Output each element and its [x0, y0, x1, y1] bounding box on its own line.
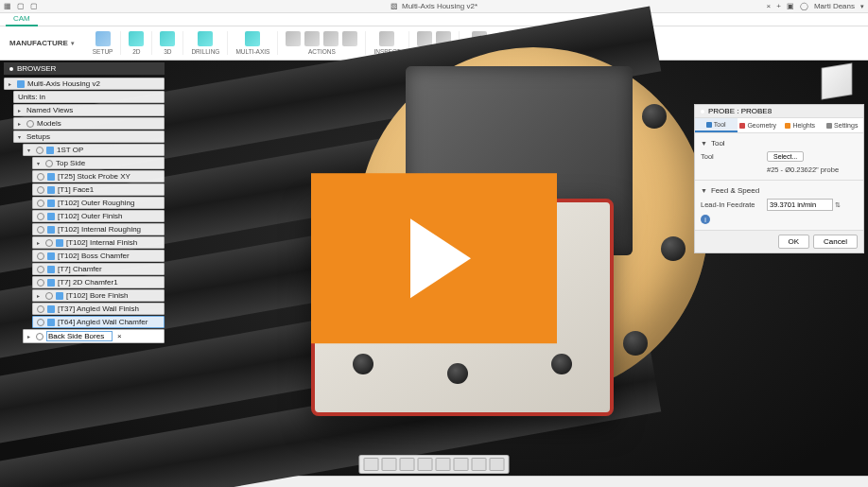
tree-folder-rename[interactable]: ▸× [23, 329, 165, 343]
tab-geometry[interactable]: Geometry [738, 118, 780, 132]
visibility-icon[interactable] [37, 200, 44, 207]
postprocess-icon[interactable] [323, 31, 339, 46]
tab-settings[interactable]: Settings [822, 118, 864, 132]
save-icon[interactable]: ▢ [30, 2, 38, 10]
notifications-icon[interactable]: ▣ [787, 2, 794, 10]
generate-icon[interactable] [286, 31, 301, 46]
workspace-tab-cam[interactable]: CAM [6, 12, 38, 26]
pan-icon[interactable] [382, 458, 397, 471]
cancel-button[interactable]: Cancel [813, 235, 858, 249]
panel-title-bar[interactable]: PROBE : PROBE8 [695, 105, 863, 118]
tree-setup-1stop[interactable]: ▾1ST OP [23, 144, 165, 156]
tree-models[interactable]: ▸Models [13, 117, 165, 130]
display-icon[interactable] [454, 458, 469, 471]
title-bar: ▦ ▢ ▢ ▧ Multi-Axis Housing v2* × + ▣ ◯ M… [0, 0, 868, 13]
visibility-icon[interactable] [37, 279, 44, 287]
drilling-icon[interactable] [198, 31, 213, 46]
user-name[interactable]: Marti Deans [814, 2, 855, 10]
panel-title: PROBE : PROBE8 [708, 107, 772, 115]
tree-op[interactable]: ▸[T102] Bore Finish [32, 289, 165, 302]
tree-op[interactable]: [T102] Outer Finish [32, 210, 165, 222]
ok-button[interactable]: OK [778, 235, 810, 249]
visibility-icon[interactable] [37, 213, 44, 220]
rename-input[interactable] [46, 331, 113, 341]
ribbon-group-drilling[interactable]: DRILLING [183, 31, 228, 55]
visibility-icon[interactable] [36, 333, 43, 340]
tab-tool[interactable]: Tool [695, 118, 738, 132]
spinner-icon[interactable]: ⇅ [835, 201, 841, 209]
workspace-tabs: CAM [0, 13, 868, 26]
feedrate-label: Lead-In Feedrate [701, 200, 767, 209]
grid-icon[interactable] [472, 458, 487, 471]
visibility-icon[interactable] [36, 147, 43, 154]
visibility-icon[interactable] [26, 120, 34, 128]
ribbon-group-actions[interactable]: ACTIONS [278, 31, 366, 55]
ribbon-group-multi-axis[interactable]: MULTI-AXIS [228, 31, 278, 55]
visibility-icon[interactable] [37, 226, 44, 234]
tree-op[interactable]: [T102] Internal Roughing [32, 223, 165, 235]
user-avatar[interactable]: ◯ [800, 2, 808, 10]
visibility-icon[interactable] [37, 319, 44, 326]
zoom-icon[interactable] [400, 458, 415, 471]
tree-root[interactable]: ▸Multi-Axis Housing v2 [4, 78, 165, 90]
orbit-icon[interactable] [364, 458, 379, 471]
browser-header[interactable]: BROWSER [4, 62, 165, 75]
select-tool-button[interactable]: Select... [767, 151, 804, 162]
bullet-icon [9, 67, 13, 71]
visibility-icon[interactable] [37, 252, 44, 260]
tree-op[interactable]: [T7] 2D Chamfer1 [32, 276, 165, 288]
simulate-icon[interactable] [304, 31, 320, 46]
visibility-icon[interactable] [37, 173, 44, 181]
inspect-icon[interactable] [379, 31, 394, 46]
panel-section-tool: ▼Tool Tool Select... #25 - Ø0.23622" pro… [695, 133, 863, 180]
toolpath-icon [56, 239, 63, 247]
tree-op[interactable]: ▸[T102] Internal Finish [32, 236, 165, 249]
section-header-tool[interactable]: ▼Tool [701, 137, 858, 149]
tree-op[interactable]: [T102] Boss Chamfer [32, 250, 165, 262]
feedrate-input[interactable] [767, 199, 833, 211]
file-icon[interactable]: ▢ [17, 2, 25, 10]
tree-op[interactable]: [T25] Stock Probe XY [32, 170, 165, 183]
fit-icon[interactable] [418, 458, 433, 471]
close-doc-icon[interactable]: × [767, 2, 772, 10]
tree-op[interactable]: [T1] Face1 [32, 183, 165, 196]
ribbon-group-3d[interactable]: 3D [152, 31, 183, 55]
tree-op[interactable]: [T64] Angled Wall Chamfer [32, 316, 165, 328]
settings-icon [826, 123, 832, 129]
setup-icon[interactable] [95, 31, 111, 46]
2d-icon[interactable] [129, 31, 144, 46]
toolpath-icon [47, 200, 55, 207]
setup-sheet-icon[interactable] [342, 31, 357, 46]
view-cube[interactable] [817, 64, 857, 104]
user-menu-chevron[interactable]: ▾ [860, 3, 864, 10]
visibility-icon[interactable] [45, 292, 53, 300]
viewports-icon[interactable] [490, 458, 505, 471]
visibility-icon[interactable] [37, 266, 44, 273]
look-at-icon[interactable] [436, 458, 451, 471]
info-icon[interactable]: i [701, 215, 710, 224]
visibility-icon[interactable] [37, 305, 44, 313]
video-play-button[interactable] [311, 173, 557, 343]
close-icon[interactable]: × [117, 332, 122, 340]
ribbon-group-2d[interactable]: 2D [121, 31, 152, 55]
app-menu-icon[interactable]: ▦ [4, 2, 11, 10]
visibility-icon[interactable] [45, 239, 53, 247]
visibility-icon[interactable] [45, 160, 53, 167]
ribbon-group-setup[interactable]: SETUP [85, 31, 122, 55]
tree-folder-top-side[interactable]: ▾Top Side [32, 157, 165, 169]
add-tab-icon[interactable]: + [776, 2, 781, 10]
multi-axis-icon[interactable] [245, 31, 260, 46]
tree-setups[interactable]: ▾Setups [13, 130, 165, 143]
3d-icon[interactable] [160, 31, 175, 46]
tree-named-views[interactable]: ▸Named Views [13, 104, 165, 116]
heights-icon [785, 123, 790, 129]
cube-icon[interactable] [822, 62, 853, 99]
section-header-feed[interactable]: ▼Feed & Speed [701, 184, 858, 197]
workspace-switcher[interactable]: MANUFACTURE ▼ [6, 37, 79, 49]
visibility-icon[interactable] [37, 186, 44, 194]
tree-op[interactable]: [T37] Angled Wall Finish [32, 303, 165, 315]
tree-units[interactable]: Units: in [13, 91, 165, 103]
tree-op[interactable]: [T7] Chamfer [32, 263, 165, 275]
tab-heights[interactable]: Heights [779, 118, 822, 132]
tree-op[interactable]: [T102] Outer Roughing [32, 197, 165, 209]
